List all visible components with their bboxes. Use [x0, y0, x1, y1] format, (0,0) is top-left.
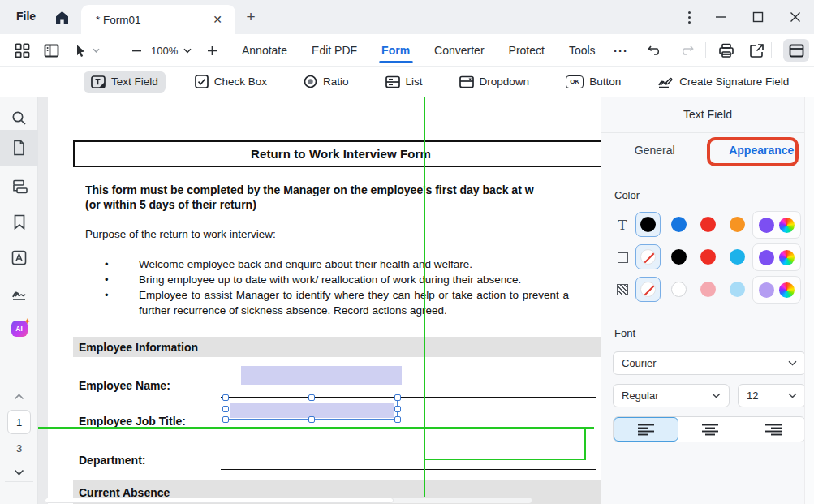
- share-button[interactable]: [746, 40, 767, 61]
- signatures-button[interactable]: [0, 280, 38, 308]
- printer-icon: [718, 43, 734, 58]
- maximize-button[interactable]: [747, 6, 769, 28]
- current-page-input[interactable]: 1: [7, 410, 31, 434]
- file-menu[interactable]: File: [16, 10, 36, 23]
- selected-text-field[interactable]: [226, 398, 398, 420]
- tool-create-signature-field[interactable]: Create Signature Field: [650, 71, 796, 93]
- left-sidebar: AI✦ 1 3: [0, 97, 38, 504]
- zoom-dropdown[interactable]: [180, 40, 195, 61]
- font-family-select[interactable]: Courier: [613, 351, 806, 375]
- menu-edit-pdf[interactable]: Edit PDF: [310, 36, 359, 65]
- color-swatch[interactable]: [759, 282, 774, 298]
- tab-close-icon[interactable]: ✕: [209, 13, 226, 26]
- home-button[interactable]: [52, 7, 71, 27]
- color-swatch[interactable]: [730, 249, 745, 265]
- custom-color-group: [752, 276, 801, 304]
- tool-label: Ratio: [323, 75, 349, 88]
- side-panel-button[interactable]: [41, 40, 62, 61]
- selection-handle[interactable]: [308, 416, 315, 423]
- selection-handle[interactable]: [394, 406, 401, 412]
- tool-list[interactable]: List: [378, 71, 430, 93]
- color-swatch[interactable]: [730, 282, 745, 297]
- outline-button[interactable]: [0, 173, 38, 200]
- bookmark-icon: [13, 214, 26, 230]
- tool-button[interactable]: OK Button: [558, 71, 628, 93]
- text-align-group: [613, 416, 806, 442]
- thumbnails-button[interactable]: [0, 130, 38, 166]
- selected-swatch[interactable]: [635, 212, 661, 237]
- print-button[interactable]: [716, 40, 737, 61]
- undo-button[interactable]: [644, 40, 665, 61]
- redo-button[interactable]: [675, 40, 696, 61]
- selection-handle[interactable]: [308, 394, 315, 401]
- toolbar-divider: [114, 42, 114, 58]
- more-tools-button[interactable]: ···: [610, 40, 631, 61]
- close-window-button[interactable]: [784, 6, 807, 28]
- selection-handle[interactable]: [394, 394, 401, 401]
- menu-protect[interactable]: Protect: [507, 36, 546, 65]
- font-style-select[interactable]: Regular: [613, 384, 730, 407]
- color-swatch[interactable]: [700, 249, 716, 265]
- selection-handle[interactable]: [222, 394, 229, 401]
- color-swatch[interactable]: [671, 217, 687, 232]
- menu-form[interactable]: Form: [380, 36, 411, 65]
- bullet-text: Employee to assist Manager to identify w…: [139, 287, 569, 318]
- color-picker-icon[interactable]: [779, 218, 795, 233]
- align-right-button[interactable]: [742, 417, 805, 442]
- zoom-level[interactable]: 100%: [151, 45, 178, 57]
- document-tab[interactable]: * Form01 ✕: [81, 5, 235, 34]
- color-swatch[interactable]: [730, 217, 745, 232]
- menu-tools[interactable]: Tools: [567, 36, 597, 65]
- zoom-out-button[interactable]: [126, 40, 147, 61]
- grid-view-button[interactable]: [11, 40, 32, 61]
- search-button[interactable]: [0, 104, 38, 131]
- tool-dropdown[interactable]: Dropdown: [452, 71, 537, 93]
- color-swatch[interactable]: [671, 249, 687, 265]
- scrollbar-thumb[interactable]: [45, 498, 394, 503]
- select-tool-button[interactable]: [70, 40, 91, 61]
- ai-assistant-button[interactable]: AI✦: [0, 315, 38, 342]
- annotations-button[interactable]: [0, 243, 38, 271]
- align-center-button[interactable]: [678, 417, 742, 442]
- menu-annotate[interactable]: Annotate: [240, 36, 289, 65]
- chevron-down-icon: [712, 393, 721, 398]
- form-title: Return to Work Interview Form: [251, 147, 431, 161]
- select-tool-dropdown[interactable]: [89, 40, 102, 61]
- selected-swatch[interactable]: [635, 277, 661, 302]
- selected-swatch[interactable]: [635, 244, 661, 269]
- tab-general[interactable]: General: [601, 140, 708, 166]
- zoom-in-button[interactable]: [201, 40, 222, 61]
- align-left-button[interactable]: [614, 417, 678, 442]
- tool-text-field[interactable]: Text Field: [84, 71, 166, 93]
- properties-panel-toggle[interactable]: [783, 39, 809, 62]
- minimize-button[interactable]: [709, 6, 732, 28]
- new-tab-button[interactable]: +: [242, 8, 260, 26]
- chevron-up-icon: [14, 394, 24, 400]
- tool-ratio[interactable]: Ratio: [296, 71, 356, 93]
- color-swatch[interactable]: [700, 282, 716, 297]
- color-swatch[interactable]: [700, 217, 716, 232]
- font-size-select[interactable]: 12: [738, 384, 806, 407]
- tool-label: Text Field: [111, 75, 158, 88]
- horizontal-scrollbar[interactable]: [45, 498, 532, 503]
- employee-job-title-label: Employee Job Title:: [79, 415, 186, 428]
- selection-handle[interactable]: [222, 406, 229, 412]
- color-picker-icon[interactable]: [779, 250, 795, 265]
- previous-page-button[interactable]: [0, 383, 38, 411]
- employee-name-form-field[interactable]: [241, 366, 402, 385]
- intro-text-line2: (or within 5 days of their return): [85, 198, 256, 211]
- selection-handle[interactable]: [394, 416, 401, 423]
- chevron-down-icon: [788, 393, 797, 398]
- color-swatch[interactable]: [671, 282, 687, 297]
- tab-appearance[interactable]: Appearance: [708, 140, 814, 166]
- color-picker-icon[interactable]: [779, 282, 795, 298]
- color-swatch[interactable]: [759, 218, 774, 233]
- tool-check-box[interactable]: Check Box: [187, 71, 274, 93]
- color-swatch[interactable]: [759, 250, 774, 265]
- more-menu-icon[interactable]: [682, 7, 696, 27]
- selection-handle[interactable]: [222, 416, 229, 423]
- bookmarks-button[interactable]: [0, 208, 38, 235]
- panel-scrollbar[interactable]: [804, 97, 814, 504]
- menu-converter[interactable]: Converter: [433, 36, 485, 65]
- minus-icon: [131, 45, 142, 56]
